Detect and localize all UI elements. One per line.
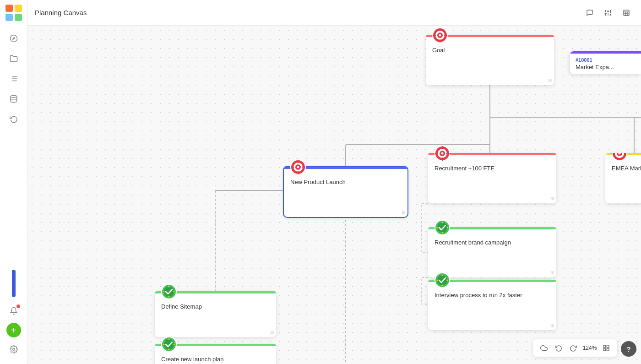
svg-rect-93: [607, 348, 609, 351]
right-panel-card[interactable]: #10001 Market Expa...: [570, 51, 641, 74]
svg-point-13: [12, 348, 15, 351]
right-panel-name: Market Expa...: [576, 64, 636, 71]
resize-handle-brand[interactable]: ⊞: [550, 270, 554, 275]
card-label-emea: EMEA Market E...: [612, 165, 641, 172]
interview-check-icon: [435, 272, 450, 290]
card-label-recruitment: Recruitment +100 FTE: [435, 165, 550, 172]
redo-button[interactable]: [567, 342, 580, 354]
svg-point-77: [437, 280, 438, 281]
svg-point-81: [174, 291, 175, 293]
chat-button[interactable]: [582, 5, 597, 20]
list-icon[interactable]: [5, 71, 22, 87]
right-panel-content: #10001 Market Expa...: [570, 54, 641, 74]
brand-check-icon: [435, 220, 450, 237]
card-label-create-launch: Create new launch plan: [161, 356, 270, 363]
svg-point-76: [442, 285, 443, 286]
svg-point-75: [447, 280, 448, 281]
filter-button[interactable]: [601, 5, 615, 20]
card-define-sitemap[interactable]: Define Sitemap ⊞: [155, 291, 276, 337]
card-interview[interactable]: Interview process to run 2x faster ⊞: [428, 280, 556, 330]
svg-point-83: [163, 291, 165, 293]
svg-rect-1: [15, 5, 22, 12]
svg-point-12: [11, 96, 17, 98]
header-actions: [582, 5, 634, 20]
history-icon[interactable]: [5, 111, 22, 127]
svg-point-57: [441, 152, 444, 155]
svg-point-80: [168, 286, 170, 288]
svg-point-89: [163, 344, 165, 345]
emea-icon: [612, 153, 627, 163]
svg-rect-91: [607, 345, 609, 348]
card-brand-campaign[interactable]: Recruitment brand campaign ⊞: [428, 227, 556, 277]
resize-handle-npl[interactable]: ⊞: [402, 210, 405, 215]
cloud-sync-button[interactable]: [538, 342, 550, 354]
npl-icon: [290, 159, 306, 177]
svg-point-87: [174, 344, 175, 345]
svg-marker-5: [12, 37, 15, 40]
resize-handle-goal[interactable]: ⊞: [548, 78, 552, 83]
card-new-product-launch[interactable]: New Product Launch ⊞: [284, 167, 407, 217]
card-label-interview: Interview process to run 2x faster: [435, 292, 550, 299]
svg-point-88: [168, 349, 170, 350]
help-button[interactable]: ?: [621, 341, 636, 357]
svg-point-82: [168, 296, 170, 298]
zoom-level: 124%: [581, 345, 598, 351]
planning-canvas[interactable]: Goal ⊞ New Product Launch ⊞: [27, 26, 641, 364]
svg-point-41: [439, 34, 441, 37]
card-label-goal: Goal: [432, 47, 548, 54]
card-goal[interactable]: Goal ⊞: [426, 35, 554, 85]
card-create-launch[interactable]: Create new launch plan: [155, 344, 276, 364]
undo-button[interactable]: [552, 342, 565, 354]
svg-point-71: [437, 227, 438, 228]
sidebar: +: [0, 0, 27, 364]
resize-handle-rec[interactable]: ⊞: [550, 196, 554, 201]
svg-rect-0: [5, 5, 13, 12]
main-content: Planning Canvas: [27, 0, 641, 364]
card-emea[interactable]: EMEA Market E...: [605, 153, 641, 203]
right-panel-id: #10001: [576, 57, 636, 63]
recruitment-icon: [435, 146, 450, 163]
goal-icon: [432, 27, 448, 45]
svg-point-68: [442, 222, 443, 223]
svg-point-70: [442, 232, 443, 234]
grid-button[interactable]: [600, 342, 613, 354]
notification-icon[interactable]: [5, 303, 22, 319]
sitemap-check-icon: [161, 284, 177, 301]
notification-badge-dot: [16, 304, 20, 308]
svg-point-49: [297, 166, 299, 168]
header: Planning Canvas: [27, 0, 641, 26]
card-label-sitemap: Define Sitemap: [161, 303, 270, 310]
folder-icon[interactable]: [5, 50, 22, 67]
resize-handle-interview[interactable]: ⊞: [550, 323, 554, 328]
page-title: Planning Canvas: [35, 9, 87, 16]
svg-rect-2: [5, 14, 13, 21]
table-button[interactable]: [619, 5, 634, 20]
sidebar-bottom: +: [5, 270, 22, 359]
svg-rect-3: [15, 14, 22, 21]
svg-rect-92: [603, 348, 606, 351]
svg-point-74: [442, 275, 443, 276]
bottom-toolbar: 124%: [533, 339, 617, 357]
settings-icon[interactable]: [5, 341, 22, 358]
resize-handle-sitemap[interactable]: ⊞: [270, 330, 274, 335]
app-logo[interactable]: [5, 5, 22, 21]
card-label-npl: New Product Launch: [290, 179, 401, 185]
add-button[interactable]: +: [6, 323, 21, 337]
card-label-brand: Recruitment brand campaign: [435, 239, 550, 246]
launch-check-icon: [161, 337, 177, 354]
card-recruitment[interactable]: Recruitment +100 FTE ⊞: [428, 153, 556, 203]
svg-point-69: [447, 227, 448, 228]
svg-rect-23: [624, 10, 629, 16]
svg-rect-90: [603, 345, 606, 348]
nav-indicator: [12, 270, 16, 297]
compass-icon[interactable]: [5, 30, 22, 47]
svg-point-86: [168, 339, 170, 340]
database-icon[interactable]: [5, 91, 22, 107]
